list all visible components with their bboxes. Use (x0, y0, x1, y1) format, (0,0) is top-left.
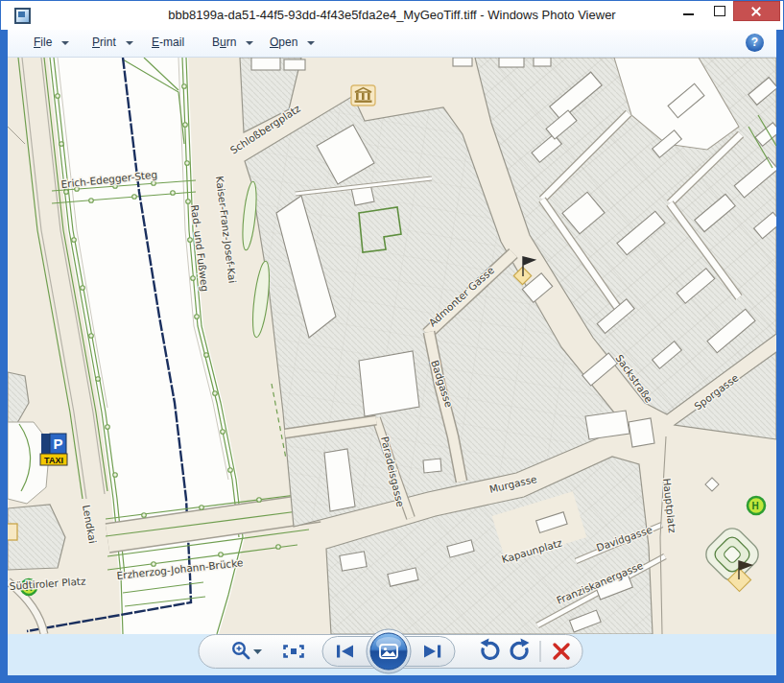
titlebar: bbb8199a-da51-44f5-93dd-4f43e5fda2e4_MyG… (1, 1, 783, 30)
chevron-down-icon (307, 41, 315, 45)
chevron-down-icon (61, 41, 69, 45)
museum-icon (351, 85, 375, 106)
chevron-down-icon (246, 41, 253, 45)
close-button[interactable] (733, 1, 780, 21)
maximize-button[interactable] (707, 1, 732, 22)
tram-stop-icon: H (748, 497, 765, 514)
help-icon[interactable]: ? (746, 34, 764, 52)
photo-viewer-window: bbb8199a-da51-44f5-93dd-4f43e5fda2e4_MyG… (0, 0, 784, 683)
svg-text:H: H (751, 501, 758, 511)
menu-email[interactable]: E-mail (152, 35, 184, 49)
menu-print[interactable]: Print (92, 35, 133, 49)
toolbar (8, 626, 776, 683)
map-image: P TAXI H (8, 58, 776, 634)
menu-burn[interactable]: Burn (212, 35, 253, 49)
svg-text:P: P (53, 436, 62, 452)
menu-open[interactable]: Open (270, 35, 315, 49)
window-title: bbb8199a-da51-44f5-93dd-4f43e5fda2e4_MyG… (1, 8, 783, 22)
parking-taxi-icon: P TAXI (40, 434, 67, 465)
photo-content: P TAXI H (8, 58, 776, 634)
menu-file[interactable]: File (34, 35, 69, 49)
slideshow-button[interactable] (367, 629, 411, 673)
minimize-button[interactable] (677, 1, 701, 22)
menubar: File Print E-mail Burn Open ? (8, 30, 776, 58)
svg-text:TAXI: TAXI (44, 456, 63, 465)
chevron-down-icon (126, 41, 133, 45)
